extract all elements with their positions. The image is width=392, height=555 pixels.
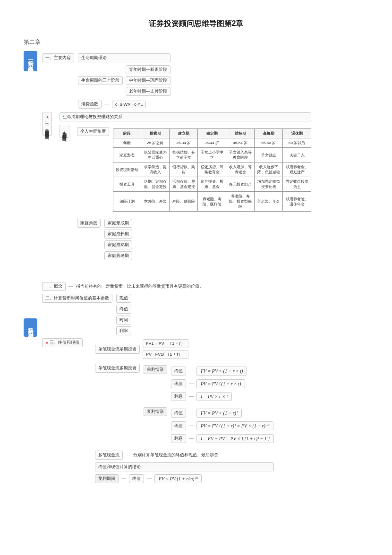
table-row: 年龄25 岁之前25-34 岁35-44 岁45-54 岁55-60 岁60 岁… — [113, 138, 311, 148]
plan-sub2: 生命周期的划分和各阶段的重点 — [60, 125, 69, 138]
plan-sub1: 生命周期理论与投资理财的关系 — [60, 112, 311, 121]
section-1-title: 第一节 生命周期理论 — [24, 51, 37, 71]
formula-value: FV = PV × (1 + r × t) — [196, 367, 247, 376]
concept-text: 指当前持有的一定量货币，比未来获得的等量货币具有更高的价值。 — [76, 283, 204, 290]
table-header: 探索期 — [141, 129, 170, 138]
period-k: 终值 — [129, 474, 144, 483]
section-2-title: 第二节 货币的时 — [24, 318, 37, 337]
single1-f1: PV= FV1/ （1 + r） — [143, 350, 188, 359]
multi-label: 多笔现金流 — [95, 451, 123, 460]
main-item-2: 消费函数 — [78, 100, 102, 109]
table-header: 阶段 — [113, 129, 141, 138]
formula-value: PV = FV / (1 + r)ᵗ = FV × (1 + r)⁻ᵗ — [196, 421, 273, 430]
family-3: 家庭衰老期 — [104, 251, 132, 260]
lifecycle-table: 阶段探索期建立期稳定期维持期高峰期退休期 年龄25 岁之前25-34 岁35-4… — [113, 128, 311, 212]
table-row: 投资理财活动求学深造、提高收入银行贷款、购房偿还房贷、筹集教育金收入增加、筹养老… — [113, 162, 311, 177]
concept-label: 一、概念 — [42, 282, 66, 291]
chapter-label: 第二章 — [24, 38, 368, 46]
formula-key: 现值 — [171, 379, 186, 388]
stage-0: 青年时期—积累阶段 — [126, 65, 170, 74]
section-2: 第二节 货币的时 一、概念 指当前持有的一定量货币，比未来获得的等量货币具有更高… — [24, 281, 368, 487]
family-0: 家庭形成期 — [104, 219, 132, 228]
param-1: 终值 — [116, 305, 131, 314]
perspective-1: 个人生涯角度 — [77, 127, 109, 136]
period-formula: FV = PV (1 + r/m)ᵐ — [154, 474, 202, 483]
formula-value: I = PV × r × t — [196, 392, 232, 401]
table-header: 建立期 — [170, 129, 198, 138]
single1-f0: FV1 = PV · （1 + r） — [143, 339, 188, 348]
period-label: 复利期间 — [95, 474, 119, 483]
params-label: 二、计算货币时间价值的基本参数 — [42, 294, 112, 303]
fvpv-label: 三、终值和现值 — [42, 338, 83, 347]
perspective-2: 家庭角度 — [77, 219, 101, 228]
formula-key: 终值 — [171, 409, 186, 418]
formula-key: 利息 — [171, 434, 186, 443]
formula-value: PV = FV / (1 + r × t) — [196, 379, 245, 388]
table-header: 退休期 — [283, 129, 311, 138]
main-label: 一、主要内容 — [42, 53, 74, 62]
simple-label: 单利情形 — [144, 365, 167, 374]
formula-value: FV = PV × (1 + r)ᵗ — [196, 409, 242, 418]
main-item-0: 生命周期理论 — [78, 53, 170, 62]
stage-1: 中年时期—巩固阶段 — [126, 76, 170, 85]
formula-key: 终值 — [171, 367, 186, 376]
table-header: 高峰期 — [255, 129, 283, 138]
section-1: 第一节 生命周期理论 一、主要内容 生命周期理论 生命周期的三个阶段 青年时期—… — [24, 51, 368, 266]
table-header: 稳定期 — [198, 129, 226, 138]
formula-key: 利息 — [171, 392, 186, 401]
formula-value: I = FV − PV = PV × [ (1 + r)ᵗ − 1 ] — [196, 434, 274, 443]
family-2: 家庭成熟期 — [104, 240, 132, 249]
table-row: 保险计划意外险、寿险寿险、储蓄险养老险、寿险、医疗险养老险、寿险、投资型保险养老… — [113, 192, 311, 212]
single1-label: 单笔现金流单期投资 — [95, 345, 140, 354]
table-header: 维持期 — [226, 129, 255, 138]
connector — [104, 104, 109, 104]
single2-label: 单笔现金流多期投资 — [95, 364, 140, 373]
stage-2: 老年时期—支付阶段 — [126, 87, 170, 96]
formula-key: 现值 — [171, 421, 186, 430]
param-2: 时间 — [116, 316, 131, 324]
family-1: 家庭成长期 — [104, 230, 132, 239]
conclusion: 终值和现值计算的结论 — [95, 462, 274, 471]
consumption-formula: c=α·WR +c·YL — [112, 101, 146, 108]
table-row: 家庭形态以父母家庭为生活重心择偶结婚、有学前子女子女上小学中学子女进入高等教育阶… — [113, 148, 311, 162]
plan-label: 二、基于生命周期理论的投资理财规划 — [42, 112, 52, 136]
main-item-1: 生命周期的三个阶段 — [78, 76, 123, 85]
page-title: 证券投资顾问思维导图第2章 — [24, 19, 368, 29]
param-3: 利率 — [116, 326, 131, 335]
table-row: 投资工具活期、定期存款、基金定投活期存款、股票、基金定投房产投资、股票、基金多元… — [113, 177, 311, 192]
multi-text: 分别计算单笔现金流的终值和现值、最后加总 — [133, 452, 218, 458]
param-0: 现值 — [116, 294, 131, 303]
compound-label: 复利情形 — [144, 407, 167, 416]
